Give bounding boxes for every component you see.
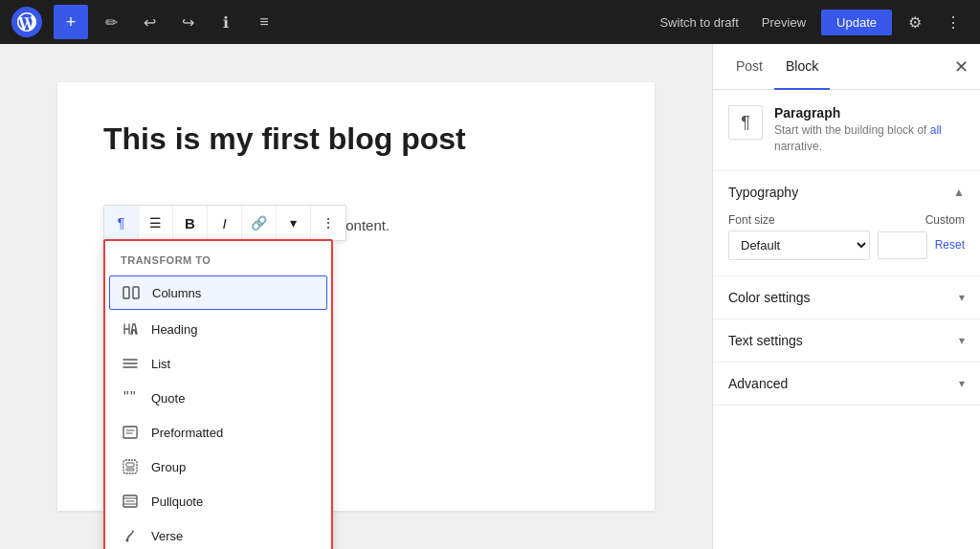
sidebar-tabs: Post Block ✕ xyxy=(713,44,980,90)
group-label: Group xyxy=(151,460,186,474)
list-icon xyxy=(121,354,140,373)
transform-heading[interactable]: Heading xyxy=(105,312,331,346)
bold-button[interactable]: B xyxy=(173,206,208,240)
font-size-select[interactable]: Default Small Normal Medium Large Extra … xyxy=(728,231,870,260)
transform-pullquote[interactable]: Pullquote xyxy=(105,484,331,518)
color-settings-header[interactable]: Color settings ▾ xyxy=(713,276,980,318)
undo-button[interactable]: ↩ xyxy=(134,7,165,37)
tab-post[interactable]: Post xyxy=(724,44,774,90)
more-rich-text-button[interactable]: ▾ xyxy=(277,206,311,240)
svg-rect-12 xyxy=(126,469,134,471)
svg-rect-7 xyxy=(123,427,137,438)
edit-button[interactable]: ✏ xyxy=(96,7,126,37)
transform-columns[interactable]: Columns xyxy=(109,275,327,310)
pullquote-label: Pullquote xyxy=(151,494,203,509)
transform-verse[interactable]: Verse xyxy=(105,518,331,549)
settings-button[interactable]: ⚙ xyxy=(900,7,930,37)
font-row-inputs: Default Small Normal Medium Large Extra … xyxy=(728,231,965,260)
block-paragraph-icon: ¶ xyxy=(728,105,763,140)
font-size-col: Default Small Normal Medium Large Extra … xyxy=(728,231,870,260)
typography-body: Font size Custom Default Small Normal Me… xyxy=(713,213,980,275)
editor-content: This is my first blog post ¶ ☰ B I 🔗 ▾ ⋮… xyxy=(57,82,655,511)
block-description: Start with the building block of all nar… xyxy=(774,122,965,155)
advanced-chevron-icon: ▾ xyxy=(959,377,965,390)
redo-button[interactable]: ↪ xyxy=(172,7,203,37)
advanced-section: Advanced ▾ xyxy=(713,362,980,406)
block-toolbar: ¶ ☰ B I 🔗 ▾ ⋮ xyxy=(103,205,346,241)
columns-icon xyxy=(122,283,141,302)
advanced-header[interactable]: Advanced ▾ xyxy=(713,362,980,405)
block-options-button[interactable]: ⋮ xyxy=(311,206,345,240)
svg-text:": " xyxy=(123,389,129,406)
transform-dropdown: TRANSFORM TO Columns xyxy=(103,239,333,549)
transform-quote[interactable]: " " Quote xyxy=(105,381,331,415)
top-right-actions: Switch to draft Preview Update ⚙ ⋮ xyxy=(652,7,969,37)
quote-icon: " " xyxy=(121,388,140,407)
more-options-button[interactable]: ⋮ xyxy=(938,7,969,37)
svg-rect-1 xyxy=(133,287,139,298)
block-details: Paragraph Start with the building block … xyxy=(774,105,965,155)
columns-label: Columns xyxy=(152,286,201,300)
block-info: ¶ Paragraph Start with the building bloc… xyxy=(713,90,980,171)
typography-chevron-icon: ▲ xyxy=(953,186,965,199)
custom-font-size-input[interactable] xyxy=(878,231,927,259)
transform-preformatted[interactable]: Preformatted xyxy=(105,415,331,450)
preformatted-label: Preformatted xyxy=(151,426,223,440)
block-name: Paragraph xyxy=(774,105,965,121)
list-label: List xyxy=(151,357,170,371)
quote-label: Quote xyxy=(151,391,185,406)
reset-font-size-button[interactable]: Reset xyxy=(935,238,965,252)
typography-header[interactable]: Typography ▲ xyxy=(713,171,980,213)
top-toolbar: + ✏ ↩ ↪ ℹ ≡ Switch to draft Preview Upda… xyxy=(0,0,980,44)
main-area: This is my first blog post ¶ ☰ B I 🔗 ▾ ⋮… xyxy=(0,44,980,549)
post-title[interactable]: This is my first blog post xyxy=(103,121,609,157)
switch-to-draft-button[interactable]: Switch to draft xyxy=(652,10,746,35)
svg-text:": " xyxy=(130,389,136,406)
preformatted-icon xyxy=(121,423,140,442)
group-icon xyxy=(121,457,140,476)
verse-label: Verse xyxy=(151,529,183,543)
color-settings-chevron-icon: ▾ xyxy=(959,291,965,304)
text-settings-header[interactable]: Text settings ▾ xyxy=(713,319,980,362)
list-view-button[interactable]: ≡ xyxy=(249,7,279,37)
svg-point-17 xyxy=(126,539,129,542)
typography-section: Typography ▲ Font size Custom Default Sm… xyxy=(713,171,980,276)
heading-label: Heading xyxy=(151,322,197,337)
sidebar: Post Block ✕ ¶ Paragraph Start with the … xyxy=(712,44,980,549)
svg-rect-11 xyxy=(126,463,134,467)
link-button[interactable]: 🔗 xyxy=(242,206,277,240)
align-button[interactable]: ☰ xyxy=(139,206,173,240)
wordpress-logo[interactable] xyxy=(11,7,42,37)
italic-button[interactable]: I xyxy=(208,206,242,240)
verse-icon xyxy=(121,526,140,545)
paragraph-type-button[interactable]: ¶ xyxy=(104,206,139,240)
color-settings-section: Color settings ▾ xyxy=(713,276,980,319)
editor-area[interactable]: This is my first blog post ¶ ☰ B I 🔗 ▾ ⋮… xyxy=(0,44,712,549)
color-settings-label: Color settings xyxy=(728,290,811,305)
tab-block[interactable]: Block xyxy=(774,44,830,90)
transform-list[interactable]: List xyxy=(105,346,331,381)
update-button[interactable]: Update xyxy=(821,10,892,35)
text-settings-chevron-icon: ▾ xyxy=(959,334,965,347)
transform-label: TRANSFORM TO xyxy=(105,249,331,274)
text-settings-section: Text settings ▾ xyxy=(713,319,980,362)
pullquote-icon xyxy=(121,492,140,511)
sidebar-close-button[interactable]: ✕ xyxy=(954,58,969,76)
typography-label: Typography xyxy=(728,185,798,200)
font-row-labels: Font size Custom xyxy=(728,213,965,227)
svg-rect-0 xyxy=(123,287,129,298)
advanced-label: Advanced xyxy=(728,376,788,391)
custom-label: Custom xyxy=(925,213,965,227)
font-size-label: Font size xyxy=(728,213,775,227)
heading-icon xyxy=(121,319,140,339)
add-block-button[interactable]: + xyxy=(54,5,88,39)
text-settings-label: Text settings xyxy=(728,333,803,348)
info-button[interactable]: ℹ xyxy=(211,7,241,37)
preview-button[interactable]: Preview xyxy=(754,10,813,35)
transform-group[interactable]: Group xyxy=(105,450,331,484)
